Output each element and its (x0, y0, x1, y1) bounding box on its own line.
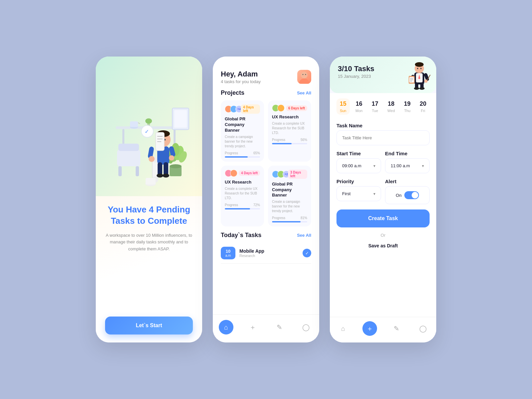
svg-point-58 (415, 62, 424, 67)
cal-num-16: 16 (356, 100, 362, 107)
task-time-badge: 10 a.m (221, 247, 235, 259)
screen3-header: 3/10 Tasks 15 January, 2023 (330, 57, 436, 93)
screen-3-phone: 3/10 Tasks 15 January, 2023 (330, 57, 436, 342)
time-row: Start Time 09:00 a.m ▾ End Time 11:00 a.… (336, 151, 430, 173)
project-name-2: UX Research (272, 114, 307, 120)
cal-day-18[interactable]: 18 Wed (384, 98, 398, 115)
task-time: 10 (224, 249, 232, 254)
nav-user-icon[interactable]: ◯ (299, 320, 313, 334)
screen1-subtitle: A workspace to over 10 Million influence… (105, 232, 193, 253)
progress-bar-3 (225, 208, 250, 209)
svg-point-29 (163, 174, 169, 178)
priority-alert-row: Priority First ▾ Alert On (336, 179, 430, 204)
avatar-6 (230, 170, 237, 177)
svg-point-48 (303, 74, 304, 75)
screen3-nav-edit-icon[interactable]: ✎ (389, 321, 404, 336)
end-time-label: End Time (385, 151, 430, 156)
svg-point-46 (299, 78, 310, 84)
project-name-4: Global PR Company Banner (272, 182, 307, 199)
svg-point-47 (301, 72, 308, 78)
project-desc-3: Create a complete UX Research for the SU… (225, 187, 260, 200)
screen2-container: Hey, Adam 4 tasks for you today Projects… (213, 57, 319, 342)
project-desc-1: Create a campaign banner for the new tre… (225, 135, 260, 149)
progress-pct-2: 56% (301, 138, 307, 142)
cal-day-15[interactable]: 15 Sun (336, 98, 350, 115)
cal-day-20[interactable]: 20 Fri (416, 98, 430, 115)
svg-rect-12 (118, 144, 139, 151)
days-badge-2: 6 Days left (286, 105, 307, 111)
end-time-select[interactable]: 11:00 a.m ▾ (385, 158, 430, 173)
tasks-label: Today`s Tasks (221, 232, 261, 239)
alert-value: On (396, 193, 401, 198)
screen3-nav: ⌂ ＋ ✎ ◯ (330, 317, 436, 342)
svg-point-35 (149, 156, 155, 162)
task-check-icon[interactable]: ✓ (303, 249, 311, 257)
days-badge-4: 3 Days left (288, 170, 307, 179)
project-card-1[interactable]: +4 4 Days left Global PR Company Banner … (221, 100, 264, 162)
project-card-3[interactable]: 4 Days left UX Research Create a complet… (221, 166, 264, 227)
svg-point-56 (419, 87, 425, 90)
user-avatar[interactable] (297, 70, 311, 84)
svg-rect-5 (130, 121, 138, 127)
cal-label-sun: Sun (340, 109, 346, 113)
lets-start-button[interactable]: Let`s Start (105, 317, 193, 334)
project-card-2[interactable]: 6 Days left UX Research Create a complet… (268, 100, 311, 162)
nav-plus-icon[interactable]: ＋ (245, 320, 260, 334)
progress-bar-2 (272, 143, 292, 144)
progress-pct-4: 81% (301, 216, 307, 220)
greeting-name: Hey, Adam (221, 70, 261, 78)
svg-point-8 (145, 118, 152, 124)
project-desc-2: Create a complete UX Research for the SU… (272, 121, 307, 135)
tasks-see-all[interactable]: See All (297, 233, 311, 238)
end-time-value: 11:00 a.m (391, 163, 410, 168)
task-name-input[interactable] (336, 130, 430, 145)
task-name-field-group: Task Name (336, 123, 430, 145)
progress-label-2: Progress (272, 138, 285, 142)
screen-2-phone: Hey, Adam 4 tasks for you today Projects… (213, 57, 319, 342)
projects-see-all[interactable]: See All (297, 90, 311, 95)
screen1-illustration: ✓ (96, 57, 202, 196)
svg-text:✓: ✓ (145, 129, 149, 134)
cal-day-19[interactable]: 19 Thu (401, 98, 414, 115)
screen2-nav: ⌂ ＋ ✎ ◯ (213, 314, 319, 342)
cal-label-fri: Fri (421, 109, 425, 113)
cal-num-18: 18 (388, 100, 394, 107)
avatar-4 (277, 104, 285, 112)
screen1-title: You Have 4 Pending Tasks to Complete (105, 204, 193, 227)
task-row-1[interactable]: 10 a.m Mobile App Research ✓ (221, 243, 311, 264)
task-form: Task Name Start Time 09:00 a.m ▾ End Tim… (330, 117, 436, 317)
project-card-4[interactable]: +2 3 Days left Global PR Company Banner … (268, 166, 311, 227)
screen3-container: 3/10 Tasks 15 January, 2023 (330, 57, 436, 342)
nav-edit-icon[interactable]: ✎ (272, 320, 287, 334)
screen3-nav-home-icon[interactable]: ⌂ (336, 321, 350, 336)
screen3-nav-plus-icon[interactable]: ＋ (362, 321, 377, 336)
svg-rect-13 (118, 166, 122, 176)
alert-label: Alert (385, 179, 430, 184)
progress-label-3: Progress (225, 203, 238, 207)
priority-select[interactable]: First ▾ (336, 186, 381, 201)
task-info: Mobile App Research (239, 248, 299, 258)
screen-1-phone: ✓ You Have 4 Pending Tasks to Complete A… (96, 57, 202, 342)
project-name-1: Global PR Company Banner (225, 116, 260, 133)
progress-pct-3: 72% (253, 203, 260, 207)
cal-label-thu: Thu (404, 109, 410, 113)
cal-day-17[interactable]: 17 Tue (368, 98, 382, 115)
days-badge-1: 4 Days left (241, 104, 260, 114)
start-time-label: Start Time (336, 151, 381, 156)
svg-rect-11 (117, 150, 140, 166)
priority-label: Priority (336, 179, 381, 184)
nav-home-icon[interactable]: ⌂ (219, 320, 233, 334)
alert-toggle-wrapper: On (385, 186, 430, 204)
project-name-3: UX Research (225, 180, 260, 185)
screen3-nav-user-icon[interactable]: ◯ (416, 321, 430, 336)
svg-point-60 (420, 68, 422, 69)
cal-label-tue: Tue (372, 109, 378, 113)
start-time-select[interactable]: 09:00 a.m ▾ (336, 158, 381, 173)
save-draft-text[interactable]: Save as Draft (336, 243, 430, 248)
cal-day-16[interactable]: 16 Mon (352, 98, 366, 115)
projects-grid: +4 4 Days left Global PR Company Banner … (213, 100, 319, 232)
create-task-button[interactable]: Create Task (336, 209, 430, 227)
progress-label-1: Progress (225, 151, 238, 155)
alert-toggle[interactable] (404, 191, 419, 199)
progress-bar-1 (225, 156, 248, 158)
